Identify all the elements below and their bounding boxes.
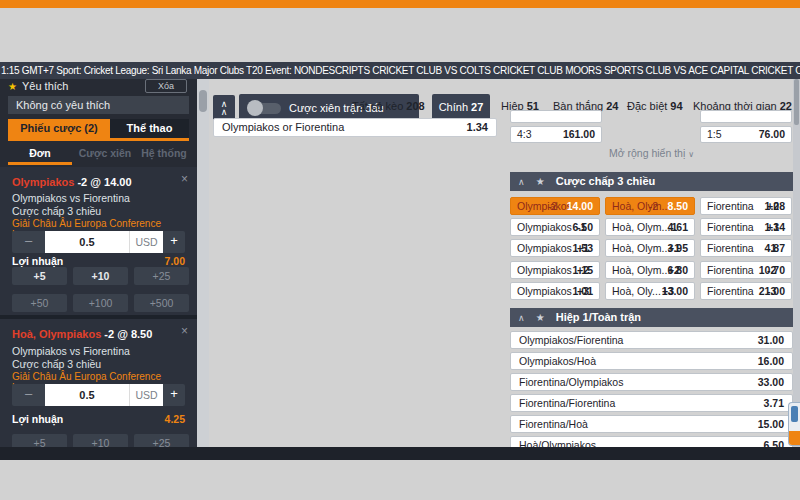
cell-team: Olympiakos bbox=[517, 283, 572, 299]
handicap-odds-cell[interactable]: Fiorentina +2 1.08 bbox=[700, 197, 792, 215]
stake-decrease-button[interactable]: – bbox=[12, 231, 45, 253]
chevron-up-icon[interactable]: ∧ bbox=[518, 177, 525, 187]
htft-odds-row[interactable]: Fiorentina/Fiorentina 3.71 bbox=[510, 394, 793, 412]
stake-decrease-button[interactable]: – bbox=[12, 384, 45, 406]
close-icon[interactable]: × bbox=[181, 325, 188, 337]
star-icon[interactable]: ★ bbox=[536, 312, 545, 323]
stake-input[interactable]: 0.5 bbox=[45, 231, 129, 253]
htft-odds-row[interactable]: Olympiakos/Fiorentina 31.00 bbox=[510, 331, 793, 349]
odds-value: 4.61 bbox=[668, 219, 688, 235]
handicap-odds-cell-selected[interactable]: Olympiakos -2 14.00 bbox=[510, 197, 600, 215]
odds-value: 1.08 bbox=[765, 198, 785, 214]
handicap-odds-cell-selected[interactable]: Hoà, Olym... -2 8.50 bbox=[605, 197, 695, 215]
subtab-parlay[interactable]: Cược xiên bbox=[76, 145, 134, 162]
tab-specials[interactable]: Đặc biệt94 bbox=[627, 100, 683, 112]
quick-stake-button[interactable]: +25 bbox=[134, 434, 189, 447]
quick-stake-button[interactable]: +50 bbox=[12, 294, 67, 312]
stake-stepper: – 0.5 USD + bbox=[12, 231, 185, 253]
sidebar-scrollbar[interactable] bbox=[197, 79, 209, 447]
handicap-odds-cell[interactable]: Fiorentina -3 21.00 bbox=[700, 282, 792, 300]
subtab-single[interactable]: Đơn bbox=[8, 145, 72, 165]
toggle-knob[interactable] bbox=[247, 100, 263, 116]
stake-stepper: – 0.5 USD + bbox=[12, 384, 185, 406]
star-icon[interactable]: ★ bbox=[536, 176, 545, 187]
selection-label: Fiorentina/Olympiakos bbox=[519, 374, 623, 390]
quick-stake-button[interactable]: +25 bbox=[134, 267, 189, 285]
clear-favorites-button[interactable]: Xóa bbox=[145, 79, 187, 93]
handicap-odds-cell[interactable]: Olympiakos +2 1.15 bbox=[510, 261, 600, 279]
tab-main[interactable]: Chính 27 bbox=[432, 94, 490, 121]
score-label: 1:5 bbox=[707, 127, 722, 142]
selection-label: Olympiakos/Hoà bbox=[519, 353, 596, 369]
odds-value: 15.00 bbox=[758, 416, 784, 432]
correct-score-cell[interactable]: 1:5 76.00 bbox=[700, 126, 792, 143]
bet-team: Olympiakos bbox=[12, 176, 74, 188]
bet-market: Cược chấp 3 chiều bbox=[12, 205, 101, 217]
score-label: 4:3 bbox=[517, 127, 532, 142]
bet-team: Hoà, Olympiakos bbox=[12, 328, 101, 340]
handicap-odds-cell[interactable]: Hoà, Olym... +2 6.80 bbox=[605, 261, 695, 279]
section-header-handicap[interactable]: ∧ ★ Cược chấp 3 chiều bbox=[510, 172, 793, 191]
tab-sports[interactable]: Thể thao bbox=[110, 119, 189, 138]
quick-stake-button[interactable]: +10 bbox=[73, 434, 128, 447]
handicap-odds-cell[interactable]: Olympiakos +3 1.01 bbox=[510, 282, 600, 300]
scrollbar-thumb[interactable] bbox=[199, 90, 207, 112]
quick-stake-button[interactable]: +100 bbox=[73, 294, 128, 312]
expand-view-link[interactable]: Mở rộng hiển thị ∨ bbox=[510, 147, 793, 161]
cell-team: Fiorentina bbox=[707, 219, 754, 235]
cell-team: Olympiakos bbox=[517, 198, 572, 214]
market-label: Olympiakos or Fiorentina bbox=[222, 119, 344, 136]
quick-stake-button[interactable]: +10 bbox=[73, 267, 128, 285]
handicap-odds-cell[interactable]: Fiorentina -1 4.87 bbox=[700, 239, 792, 257]
odds-value: 1.01 bbox=[573, 283, 593, 299]
cell-line: -2 bbox=[649, 198, 658, 214]
close-icon[interactable]: × bbox=[181, 173, 188, 185]
htft-odds-row[interactable]: Fiorentina/Hoà 15.00 bbox=[510, 415, 793, 433]
odds-value: 13.00 bbox=[662, 283, 688, 299]
profit-label: Lợi nhuận bbox=[12, 413, 63, 425]
odds-value: 6.50 bbox=[573, 219, 593, 235]
chevron-down-icon: ∨ bbox=[688, 150, 694, 159]
handicap-odds-cell[interactable]: Olympiakos -1 6.50 bbox=[510, 218, 600, 236]
handicap-odds-cell[interactable]: Fiorentina -2 10.70 bbox=[700, 261, 792, 279]
section-header-htft[interactable]: ∧ ★ Hiệp 1/Toàn trận bbox=[510, 308, 793, 327]
quick-stake-button[interactable]: +500 bbox=[134, 294, 189, 312]
cell-team: Olympiakos bbox=[517, 219, 572, 235]
odds-value: 161.00 bbox=[563, 127, 595, 142]
handicap-odds-cell[interactable]: Hoà, Olym... -1 4.61 bbox=[605, 218, 695, 236]
stake-increase-button[interactable]: + bbox=[163, 231, 185, 253]
odds-value: 10.70 bbox=[759, 262, 785, 278]
bet-line-odds: -2 @ 8.50 bbox=[104, 328, 152, 340]
selection-label: Fiorentina/Fiorentina bbox=[519, 395, 615, 411]
odds-value: 31.00 bbox=[758, 332, 784, 348]
htft-odds-row[interactable]: Fiorentina/Olympiakos 33.00 bbox=[510, 373, 793, 391]
main-scrollbar[interactable] bbox=[793, 79, 800, 447]
quick-stake-button[interactable]: +5 bbox=[12, 434, 67, 447]
tab-all-odds[interactable]: Tất cả kèo208 bbox=[352, 100, 425, 112]
cell-team: Fiorentina bbox=[707, 240, 754, 256]
stake-input[interactable]: 0.5 bbox=[45, 384, 129, 406]
chevron-up-icon[interactable]: ∧ bbox=[518, 313, 525, 323]
scrollbar-thumb[interactable] bbox=[794, 79, 799, 125]
handicap-odds-cell[interactable]: Fiorentina +1 1.34 bbox=[700, 218, 792, 236]
stake-increase-button[interactable]: + bbox=[163, 384, 185, 406]
chevron-up-icon: ∧ bbox=[213, 108, 235, 116]
handicap-odds-cell[interactable]: Hoà, Oly... +3 13.00 bbox=[605, 282, 695, 300]
score-cell-partial[interactable] bbox=[510, 110, 602, 123]
quick-stake-button[interactable]: +5 bbox=[12, 267, 67, 285]
subtab-system[interactable]: Hệ thống bbox=[138, 145, 190, 162]
odds-value: 3.71 bbox=[764, 395, 784, 411]
htft-odds-row[interactable]: Olympiakos/Hoà 16.00 bbox=[510, 352, 793, 370]
handicap-odds-cell[interactable]: Hoà, Olym... +1 3.95 bbox=[605, 239, 695, 257]
handicap-odds-cell[interactable]: Olympiakos +1 1.53 bbox=[510, 239, 600, 257]
correct-score-cell[interactable]: 4:3 161.00 bbox=[510, 126, 602, 143]
odds-value: 1.53 bbox=[573, 240, 593, 256]
score-cell-partial[interactable] bbox=[700, 110, 792, 123]
tab-betslip[interactable]: Phiếu cược (2) bbox=[8, 119, 110, 138]
odds-value: 1.15 bbox=[573, 262, 593, 278]
odds-row-either-team[interactable]: Olympiakos or Fiorentina 1.34 bbox=[213, 118, 497, 137]
floating-widget[interactable] bbox=[788, 402, 800, 446]
selection-label: Olympiakos/Fiorentina bbox=[519, 332, 623, 348]
cell-team: Olympiakos bbox=[517, 240, 572, 256]
widget-graphic bbox=[789, 431, 800, 445]
